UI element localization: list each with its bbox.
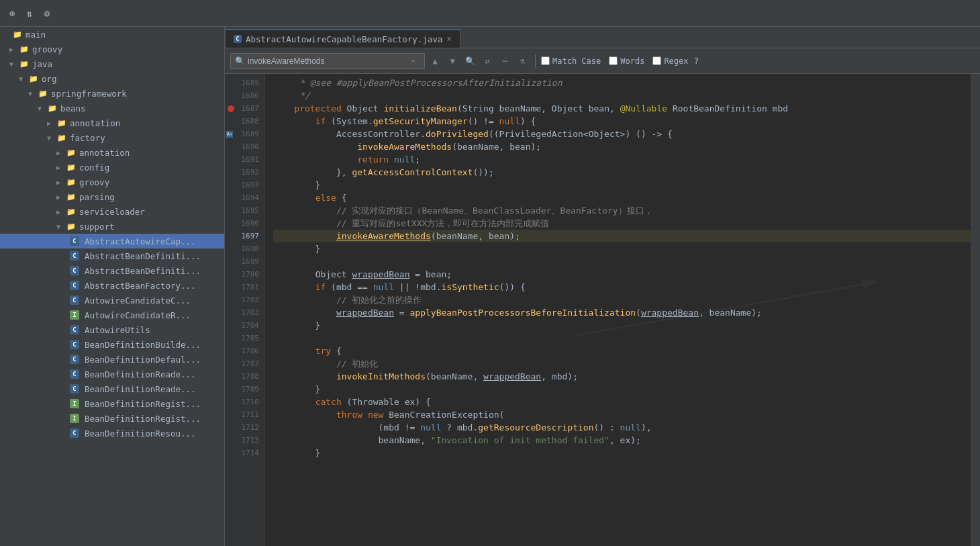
label-config: config xyxy=(79,163,109,173)
label-f2: AbstractBeanDefiniti... xyxy=(85,251,201,261)
search-filter-button[interactable]: ⚗ xyxy=(515,54,530,69)
search-find-button[interactable]: 🔍 xyxy=(462,54,477,69)
sidebar-item-main[interactable]: 📁 main xyxy=(0,27,224,42)
linenum-1691: 1691 xyxy=(225,153,264,166)
linenum-1705: 1705 xyxy=(225,332,264,345)
arrow-support: ▼ xyxy=(56,223,66,230)
search-replace-button[interactable]: ⇄ xyxy=(480,54,495,69)
words-option[interactable]: Words xyxy=(609,56,644,66)
regex-option[interactable]: Regex xyxy=(652,56,688,66)
sidebar-item-autowireutils[interactable]: C AutowireUtils xyxy=(0,322,224,337)
sidebar-item-beandefinitionreader1[interactable]: C BeanDefinitionReade... xyxy=(0,367,224,381)
sidebar-item-beandefinitionbuilder[interactable]: C BeanDefinitionBuilde... xyxy=(0,337,224,352)
arrow-factory: ▼ xyxy=(47,134,56,142)
clear-search-icon[interactable]: ← xyxy=(411,56,416,65)
linenum-1697: 1697 xyxy=(225,230,264,242)
label-support: support xyxy=(79,222,115,232)
code-line-1705 xyxy=(273,332,971,345)
search-input[interactable] xyxy=(248,56,409,66)
sidebar-item-java[interactable]: ▼ 📁 java xyxy=(0,56,224,71)
sidebar-item-serviceloader[interactable]: ▶ 📁 serviceloader xyxy=(0,204,224,219)
sidebar-item-autowirecandidate1[interactable]: C AutowireCandidateC... xyxy=(0,293,224,308)
sidebar-item-springframework[interactable]: ▼ 📁 springframework xyxy=(0,86,224,101)
sidebar-item-config[interactable]: ▶ 📁 config xyxy=(0,160,224,175)
linenum-1704: 1704 xyxy=(225,319,264,332)
sidebar-item-beandefinitionregist1[interactable]: I BeanDefinitionRegist... xyxy=(0,396,224,411)
code-line-1691: return null; xyxy=(273,153,971,166)
sidebar-item-beandefinitionregist2[interactable]: I BeanDefinitionRegist... xyxy=(0,411,224,426)
words-checkbox[interactable] xyxy=(609,56,618,65)
java-icon-f9: C xyxy=(70,355,79,364)
settings-icon[interactable]: ⚙ xyxy=(40,7,54,20)
search-next-button[interactable]: ▼ xyxy=(445,54,460,69)
sidebar-item-beandefinitiondefault[interactable]: C BeanDefinitionDefaul... xyxy=(0,352,224,367)
linenum-1709: 1709 xyxy=(225,383,264,396)
code-line-1698: } xyxy=(273,242,971,255)
sidebar-item-groovy[interactable]: ▶ 📁 groovy xyxy=(0,42,224,56)
regex-checkbox[interactable] xyxy=(652,56,661,65)
code-line-1695: // 实现对应的接口（BeanName、BeanClassLoader、Bean… xyxy=(273,204,971,217)
sidebar-item-factory[interactable]: ▼ 📁 factory xyxy=(0,130,224,145)
sidebar-item-annotation2[interactable]: ▶ 📁 annotation xyxy=(0,145,224,160)
java-icon-f2: C xyxy=(70,251,79,261)
arrow-serviceloader: ▶ xyxy=(56,208,66,216)
label-f12: BeanDefinitionRegist... xyxy=(85,399,201,409)
add-icon[interactable]: ⊕ xyxy=(5,7,19,20)
code-line-1690: invokeAwareMethods(beanName, bean); xyxy=(273,140,971,153)
transfer-icon[interactable]: ⇅ xyxy=(23,7,36,20)
sidebar-item-parsing[interactable]: ▶ 📁 parsing xyxy=(0,189,224,204)
tab-label: AbstractAutowireCapableBeanFactory.java xyxy=(246,34,443,44)
sidebar-item-beandefinitionreader2[interactable]: C BeanDefinitionReade... xyxy=(0,381,224,396)
java-icon-f13: I xyxy=(70,414,79,423)
sidebar-item-abstractbeandefiniti1[interactable]: C AbstractBeanDefiniti... xyxy=(0,248,224,263)
sidebar-item-abstractautowire[interactable]: C AbstractAutowireCap... xyxy=(0,234,224,248)
top-toolbar: ⊕ ⇅ ⚙ xyxy=(0,0,980,27)
label-f1: AbstractAutowireCap... xyxy=(85,236,196,246)
label-f5: AutowireCandidateC... xyxy=(85,295,191,306)
java-icon-f12: I xyxy=(70,399,79,408)
match-case-option[interactable]: Match Case xyxy=(541,56,601,66)
folder-icon-main: 📁 xyxy=(12,29,23,40)
folder-icon-serviceloader: 📁 xyxy=(66,206,77,217)
sidebar-item-beandefinitionresou[interactable]: C BeanDefinitionResou... xyxy=(0,426,224,441)
linenum-1692: 1692 xyxy=(225,166,264,179)
sidebar-item-annotation1[interactable]: ▶ 📁 annotation xyxy=(0,116,224,130)
linenum-1713: 1713 xyxy=(225,434,264,447)
search-help-button[interactable]: ? xyxy=(694,56,699,66)
tab-close-button[interactable]: × xyxy=(447,34,452,44)
linenum-1695: 1695 xyxy=(225,204,264,217)
label-annotation2: annotation xyxy=(79,148,130,158)
sidebar-item-abstractbeandefiniti2[interactable]: C AbstractBeanDefiniti... xyxy=(0,263,224,278)
search-magnifier-icon: 🔍 xyxy=(235,56,245,66)
sidebar-item-groovy2[interactable]: ▶ 📁 groovy xyxy=(0,175,224,189)
label-org: org xyxy=(42,74,57,84)
label-f10: BeanDefinitionReade... xyxy=(85,369,196,379)
arrow-java: ▼ xyxy=(9,60,19,68)
code-line-1701: if (mbd == null || !mbd.isSynthetic()) { xyxy=(273,281,971,293)
label-groovy2: groovy xyxy=(79,177,109,187)
sidebar-item-beans[interactable]: ▼ 📁 beans xyxy=(0,101,224,116)
sidebar-item-abstractbeanfactory[interactable]: C AbstractBeanFactory... xyxy=(0,278,224,293)
code-editor[interactable]: 1685 1686 1687 1688 1689A↑ 1690 1691 169… xyxy=(225,74,980,546)
search-input-wrap: 🔍 ← xyxy=(230,53,425,69)
folder-icon-org: 📁 xyxy=(28,73,39,84)
regex-label: Regex xyxy=(664,56,688,66)
label-f11: BeanDefinitionReade... xyxy=(85,384,196,394)
sidebar-item-org[interactable]: ▼ 📁 org xyxy=(0,71,224,86)
label-groovy: groovy xyxy=(32,44,62,54)
active-tab[interactable]: C AbstractAutowireCapableBeanFactory.jav… xyxy=(225,29,460,48)
search-more-button[interactable]: ⋯ xyxy=(497,54,512,69)
code-line-1694: else { xyxy=(273,191,971,204)
editor-scrollbar[interactable] xyxy=(971,74,980,546)
code-line-1693: } xyxy=(273,179,971,191)
sidebar-item-autowirecandidate2[interactable]: I AutowireCandidateR... xyxy=(0,308,224,322)
search-prev-button[interactable]: ▲ xyxy=(428,54,442,69)
arrow-springframework: ▼ xyxy=(28,90,38,97)
code-line-1704: } xyxy=(273,319,971,332)
label-f7: AutowireUtils xyxy=(85,325,150,335)
linenum-1701: 1701 xyxy=(225,281,264,293)
label-factory: factory xyxy=(70,133,105,143)
sidebar-item-support[interactable]: ▼ 📁 support xyxy=(0,219,224,234)
arrow-groovy: ▶ xyxy=(9,46,19,53)
match-case-checkbox[interactable] xyxy=(541,56,550,65)
